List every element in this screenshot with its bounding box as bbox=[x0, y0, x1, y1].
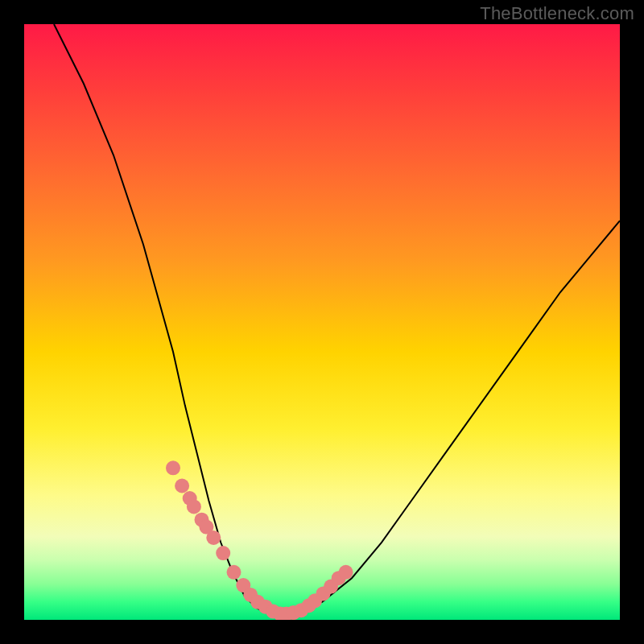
highlighted-points bbox=[166, 460, 353, 620]
marker-dot bbox=[175, 479, 189, 493]
marker-dot bbox=[206, 530, 221, 545]
curve-layer bbox=[24, 24, 620, 620]
marker-dot bbox=[227, 565, 242, 580]
marker-dot bbox=[216, 546, 230, 560]
attribution-label: TheBottleneck.com bbox=[480, 3, 634, 24]
marker-dot bbox=[339, 565, 353, 580]
plot-area bbox=[24, 24, 620, 620]
marker-dot bbox=[166, 460, 180, 475]
bottleneck-curve bbox=[54, 24, 620, 614]
chart-container: TheBottleneck.com bbox=[0, 0, 644, 644]
marker-dot bbox=[187, 499, 201, 514]
